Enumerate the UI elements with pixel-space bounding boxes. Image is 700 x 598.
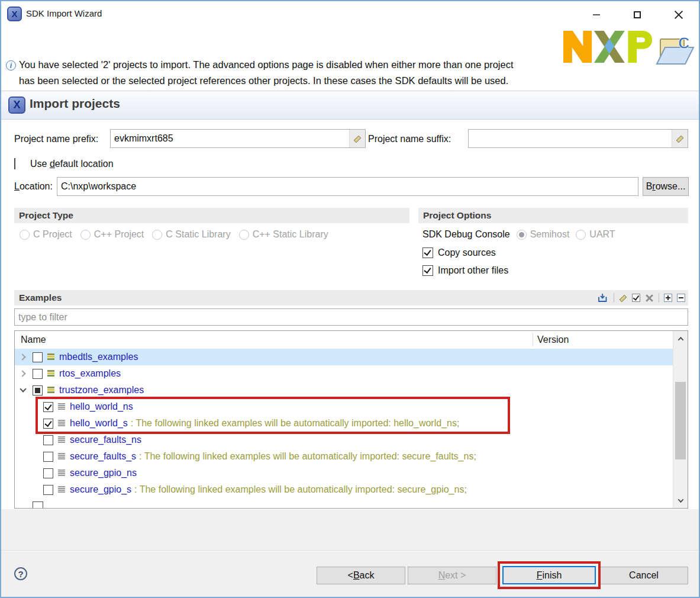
tree-row[interactable]: secure_faults_ns bbox=[15, 432, 673, 448]
prefix-edit-decoration bbox=[349, 130, 365, 147]
column-divider[interactable] bbox=[533, 333, 533, 346]
row-checkbox[interactable] bbox=[43, 468, 53, 478]
row-checkbox[interactable] bbox=[33, 369, 43, 379]
tree-rows: mbedtls_examples rtos_examples trustzone… bbox=[15, 349, 673, 498]
prefix-input[interactable] bbox=[111, 130, 349, 147]
collapse-all-icon[interactable] bbox=[677, 294, 685, 302]
use-default-location-checkbox[interactable] bbox=[14, 158, 15, 169]
column-header-name[interactable]: Name bbox=[21, 331, 46, 349]
toolbar-separator bbox=[659, 293, 659, 303]
example-icon bbox=[58, 420, 65, 427]
row-checkbox[interactable] bbox=[43, 485, 53, 495]
tree-row[interactable]: secure_faults_s : The following linked e… bbox=[15, 448, 673, 465]
radio-icon bbox=[20, 230, 30, 240]
select-all-icon[interactable] bbox=[632, 294, 640, 302]
row-checkbox[interactable] bbox=[43, 452, 53, 462]
example-description: : The following linked examples will be … bbox=[131, 418, 460, 429]
suffix-label: Project name suffix: bbox=[368, 134, 451, 144]
example-name: trustzone_examples bbox=[59, 385, 144, 396]
label-mnemonic: d bbox=[50, 159, 55, 169]
back-button[interactable]: < Back bbox=[317, 567, 405, 584]
filter-field-wrap bbox=[14, 308, 688, 326]
radio-icon bbox=[239, 230, 249, 240]
c-project-folder-icon: C bbox=[656, 33, 696, 67]
expand-all-icon[interactable] bbox=[664, 294, 672, 302]
label-text: ocation: bbox=[20, 181, 53, 191]
expand-chevron[interactable] bbox=[20, 353, 27, 361]
example-icon bbox=[58, 486, 65, 493]
pencil-icon bbox=[353, 134, 362, 143]
tree-row[interactable]: hello_world_s : The following linked exa… bbox=[15, 415, 673, 432]
label-text: B bbox=[646, 181, 653, 192]
location-field-wrap bbox=[57, 177, 638, 196]
radio-label: C Project bbox=[33, 229, 72, 240]
use-default-location-label: Use default location bbox=[30, 159, 114, 169]
row-checkbox[interactable] bbox=[43, 435, 53, 445]
column-header-version[interactable]: Version bbox=[537, 331, 569, 349]
label-text: Use bbox=[30, 159, 50, 169]
copy-sources-row: Copy sources bbox=[422, 247, 496, 258]
tree-row[interactable]: secure_gpio_s : The following linked exa… bbox=[15, 481, 673, 498]
close-button[interactable] bbox=[668, 6, 689, 24]
chevron-down-icon bbox=[678, 497, 683, 503]
cancel-button[interactable]: Cancel bbox=[599, 567, 688, 584]
clipped-row-checkbox bbox=[33, 501, 43, 509]
filter-input[interactable] bbox=[15, 309, 688, 325]
maximize-button[interactable] bbox=[627, 6, 648, 24]
label-text: inish bbox=[542, 570, 562, 581]
row-checkbox[interactable] bbox=[33, 385, 43, 396]
expand-chevron[interactable] bbox=[20, 387, 27, 394]
tree-row[interactable]: trustzone_examples bbox=[15, 382, 673, 398]
radio-label: C Static Library bbox=[166, 229, 230, 240]
row-checkbox[interactable] bbox=[43, 419, 53, 429]
example-name: secure_faults_ns bbox=[70, 435, 141, 445]
tree-row[interactable]: secure_gpio_ns bbox=[15, 465, 673, 481]
help-button[interactable]: ? bbox=[14, 567, 27, 580]
suffix-input[interactable] bbox=[469, 130, 672, 147]
examples-toolbar bbox=[598, 290, 685, 306]
import-other-files-row: Import other files bbox=[422, 265, 508, 276]
example-name: secure_faults_s bbox=[70, 451, 136, 462]
expand-chevron[interactable] bbox=[20, 370, 27, 377]
example-icon bbox=[58, 403, 65, 410]
examples-table: Name Version mbedtls_examples rtos_examp… bbox=[14, 330, 688, 509]
svg-text:C: C bbox=[678, 34, 690, 52]
radio-label: Semihost bbox=[530, 229, 570, 240]
example-name: rtos_examples bbox=[59, 368, 121, 379]
tree-row[interactable]: hello_world_ns bbox=[15, 398, 673, 415]
examples-title: Examples bbox=[14, 292, 62, 303]
copy-sources-checkbox[interactable] bbox=[422, 247, 433, 258]
examples-section: Examples bbox=[14, 290, 688, 306]
radio-uart: UART bbox=[576, 229, 615, 240]
project-type-title: Project Type bbox=[14, 210, 73, 221]
row-checkbox[interactable] bbox=[43, 402, 53, 412]
radio-icon bbox=[152, 230, 162, 240]
vertical-scrollbar[interactable] bbox=[673, 331, 688, 508]
tree-row[interactable]: mbedtls_examples bbox=[15, 349, 673, 365]
example-icon bbox=[47, 353, 54, 361]
import-other-files-checkbox[interactable] bbox=[422, 265, 433, 276]
radio-semihost: Semihost bbox=[517, 229, 570, 240]
page-title: Import projects bbox=[30, 97, 120, 111]
example-icon bbox=[47, 387, 54, 394]
browse-button[interactable]: Browse... bbox=[643, 177, 689, 196]
row-checkbox[interactable] bbox=[33, 352, 43, 362]
info-message-line2: has been selected or the selected projec… bbox=[19, 75, 508, 86]
project-type-section: Project Type bbox=[14, 208, 409, 223]
location-label: Location: bbox=[14, 181, 53, 192]
scroll-up-button[interactable] bbox=[673, 331, 688, 346]
import-other-files-label: Import other files bbox=[438, 265, 508, 276]
import-example-icon[interactable] bbox=[598, 294, 609, 303]
finish-button[interactable]: Finish bbox=[502, 566, 596, 584]
location-input[interactable] bbox=[57, 178, 638, 195]
scroll-down-button[interactable] bbox=[673, 493, 688, 508]
pencil-icon bbox=[676, 134, 684, 143]
radio-icon bbox=[80, 230, 91, 240]
tree-row[interactable]: rtos_examples bbox=[15, 365, 673, 382]
label-mnemonic: L bbox=[14, 181, 20, 191]
edit-example-icon[interactable] bbox=[619, 294, 627, 302]
minimize-button[interactable] bbox=[586, 6, 607, 24]
copy-sources-label: Copy sources bbox=[438, 247, 496, 258]
scrollbar-thumb[interactable] bbox=[675, 382, 686, 459]
deselect-all-icon[interactable] bbox=[645, 294, 654, 303]
